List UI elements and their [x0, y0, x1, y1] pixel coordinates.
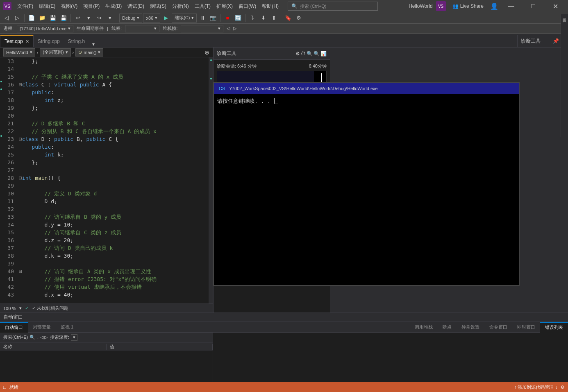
bottom-content: 搜索(Ctrl+E) 🔍 - ◁ ▷ 搜索深度: ▾ 名称 值 [0, 333, 568, 382]
menu-window[interactable]: 窗口(W) [236, 2, 259, 11]
code-line-20: 20 [2, 112, 209, 120]
tb-open-button[interactable]: 📁 [37, 14, 47, 23]
menu-bar: 文件(F) 编辑(E) 视图(V) 项目(P) 生成(B) 调试(D) 测试(S… [15, 2, 281, 11]
person-icon[interactable]: 👤 [490, 2, 498, 10]
tb-camera-button[interactable]: 📷 [208, 14, 218, 23]
diag-settings-icon[interactable]: ⚙ [295, 51, 300, 57]
project-dropdown[interactable]: HelloWorld ▾ [3, 48, 35, 57]
diag-timeline-icon[interactable]: ⏱ [301, 51, 306, 57]
diag-chart-icon[interactable]: 📊 [320, 51, 327, 57]
tb-step-out-button[interactable]: ⬆ [269, 14, 279, 23]
tb-save-button[interactable]: 💾 [48, 14, 58, 23]
settings-icon[interactable]: ⚙ [561, 385, 565, 390]
tb-arch-dropdown[interactable]: x86 ▾ [143, 14, 160, 23]
tab-bar: Test.cpp ✕ String.cpp String.h ▾ 诊断工具 📌 … [0, 34, 568, 48]
tab-test-cpp[interactable]: Test.cpp ✕ [0, 35, 34, 47]
diag-pin-icon[interactable]: 📌 [553, 38, 559, 44]
tab-string-h[interactable]: String.h [64, 35, 89, 47]
tb-undo-button[interactable]: ↩ [73, 14, 83, 23]
nav-back-icon[interactable]: ◁ [227, 26, 230, 31]
depth-label: 搜索深度: [50, 334, 69, 340]
auto-window-title: 自动窗口 [3, 314, 23, 321]
tb-stop-button[interactable]: ■ [223, 14, 232, 23]
tb-pause-button[interactable]: ⏸ [198, 14, 207, 23]
expand-icon[interactable]: ⊕ [204, 49, 209, 56]
function-dropdown[interactable]: ⊙ main() ▾ [75, 48, 103, 57]
menu-file[interactable]: 文件(F) [15, 2, 36, 11]
code-line-22: 22 // 分别从 B 和 C 各自继承一个来自 A 的成员 x [2, 127, 209, 135]
tb-settings-button[interactable]: ⚙ [294, 14, 304, 23]
bottom-tab-watch[interactable]: 监视 1 [56, 322, 78, 333]
menu-build[interactable]: 生成(B) [103, 2, 124, 11]
console-window: CS Y:\002_WorkSpace\002_VS\HelloWorld\He… [213, 82, 520, 286]
close-button[interactable]: ✕ [546, 0, 565, 12]
tb-back-button[interactable]: ◁ [2, 14, 11, 23]
menu-debug[interactable]: 调试(D) [125, 2, 147, 11]
scrollbar-track[interactable] [209, 57, 213, 304]
stack-dropdown[interactable]: ▾ [181, 25, 223, 32]
thread-dropdown[interactable]: ▾ [125, 25, 159, 32]
live-share-button[interactable]: 👥 Live Share [449, 2, 487, 10]
tb-forward-button[interactable]: ▷ [12, 14, 22, 23]
menu-tools[interactable]: 工具(T) [192, 2, 213, 11]
menu-edit[interactable]: 编辑(E) [36, 2, 58, 11]
maximize-button[interactable]: □ [524, 0, 543, 12]
tb-redo-dropdown[interactable]: ▾ [105, 14, 115, 23]
scope-dropdown[interactable]: (全局范围) ▾ [40, 48, 70, 57]
search-icon[interactable]: 🔍 [30, 335, 35, 340]
tb-undo-dropdown[interactable]: ▾ [84, 14, 93, 23]
tb-new-button[interactable]: 📄 [27, 14, 36, 23]
output-tab-command[interactable]: 命令窗口 [484, 322, 512, 333]
output-tab-breakpoints[interactable]: 断点 [438, 322, 457, 333]
depth-dropdown[interactable]: ▾ [71, 334, 77, 341]
menu-analyze[interactable]: 分析(N) [170, 2, 191, 11]
diag-zoom-out-icon[interactable]: 🔍 [314, 51, 320, 57]
code-lines: 13 }; 14 15 // 子类 C 继承了父类 A 的 x 成员 [2, 57, 209, 299]
menu-view[interactable]: 视图(V) [59, 2, 80, 11]
tb-config-dropdown[interactable]: Debug ▾ [119, 14, 142, 23]
tab-overflow-button[interactable]: ▾ [89, 41, 98, 47]
nav-forward-icon[interactable]: ▷ [233, 26, 236, 31]
nav-back-icon[interactable]: ◁ [40, 335, 43, 340]
menu-help[interactable]: 帮助(H) [259, 2, 281, 11]
console-body[interactable]: 请按任意键继续. . . _ [214, 94, 519, 285]
tb-redo-button[interactable]: ↪ [94, 14, 104, 23]
bottom-tab-local[interactable]: 局部变量 [28, 322, 56, 333]
code-line-25: 25 int k; [2, 151, 209, 159]
tab-string-cpp[interactable]: String.cpp [34, 35, 64, 47]
process-label: 进程: [3, 25, 14, 32]
output-tab-errors[interactable]: 错误列表 [540, 322, 568, 333]
code-editor[interactable]: 13 }; 14 15 // 子类 C 继承了父类 A 的 x 成员 [2, 57, 209, 304]
output-tab-callstack[interactable]: 调用堆栈 [410, 322, 438, 333]
process-dropdown[interactable]: [17740] HelloWorld.exe ▾ [17, 25, 73, 32]
output-tab-immediate[interactable]: 即时窗口 [512, 322, 540, 333]
margin-indicator-1 [0, 81, 2, 82]
code-area: 13 }; 14 15 // 子类 C 继承了父类 A 的 x 成员 [0, 57, 213, 304]
output-tab-exceptions[interactable]: 异常设置 [457, 322, 484, 333]
tb-continue-dropdown[interactable]: 继续(C) ▾ [172, 14, 197, 23]
minimize-button[interactable]: — [502, 0, 520, 12]
tb-run-button[interactable]: ▶ [161, 14, 171, 23]
vs-icon-right: VS [436, 1, 446, 11]
code-line-41: 41 // 报错 error C2385: 对"x"的访问不明确 [2, 275, 209, 283]
diag-zoom-in-icon[interactable]: 🔍 [307, 51, 313, 57]
bottom-tab-auto[interactable]: 自动窗口 [0, 322, 28, 333]
menu-project[interactable]: 项目(P) [81, 2, 102, 11]
code-line-39: 39 [2, 260, 209, 267]
zoom-dropdown[interactable]: ▾ [19, 306, 22, 311]
diag-session-row: 诊断会话: 6:46 分钟 6:40分钟 [217, 63, 327, 69]
tb-save-all-button[interactable]: 💾 [59, 14, 68, 23]
editor-main-area: Test.cpp ✕ String.cpp String.h ▾ 诊断工具 📌 … [0, 34, 568, 382]
console-path: Y:\002_WorkSpace\002_VS\HelloWorld\Hello… [229, 86, 377, 91]
status-right: ↑ 添加到源代码管理 ↓ ⚙ [514, 384, 565, 390]
nav-forward-icon[interactable]: ▷ [44, 335, 48, 340]
menu-extensions[interactable]: 扩展(X) [214, 2, 235, 11]
menu-test[interactable]: 测试(S) [148, 2, 169, 11]
add-source-btn[interactable]: ↑ 添加到源代码管理 ↓ [514, 384, 557, 390]
tb-step-in-button[interactable]: ⬇ [258, 14, 268, 23]
tb-restart-button[interactable]: 🔄 [233, 14, 243, 23]
tb-step-over-button[interactable]: ⤵ [248, 14, 257, 23]
lifecycle-btn[interactable]: 生命周期事件 [77, 25, 104, 32]
tab-close-icon[interactable]: ✕ [25, 39, 29, 44]
tb-bookmark-button[interactable]: 🔖 [283, 14, 293, 23]
